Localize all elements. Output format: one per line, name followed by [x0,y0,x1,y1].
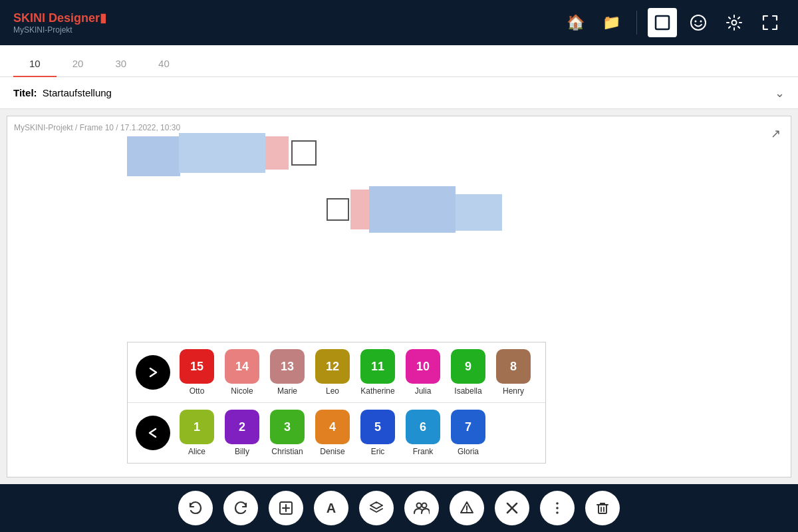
home-button[interactable]: 🏠 [561,8,590,37]
player-item-marie[interactable]: 13Marie [267,349,307,396]
svg-rect-21 [598,505,606,513]
player-badge: 5 [360,410,395,444]
player-badge: 13 [270,349,305,384]
player-item-frank[interactable]: 6Frank [403,410,443,456]
player-name: Denise [320,447,344,456]
player-name: Katherine [360,386,394,396]
brand: SKINI Designer▮ MySKINI-Projekt [13,11,106,35]
tab-20[interactable]: 20 [57,58,100,77]
player-badge: 11 [360,349,395,384]
player-item-billy[interactable]: 2Billy [222,410,262,456]
undo-button[interactable] [178,491,213,525]
title-label: Titel: Startaufstellung [13,87,112,98]
delete-button[interactable] [585,491,620,525]
shape-row-1 [127,130,317,176]
player-item-nicole[interactable]: 14Nicole [222,349,262,396]
player-name: Christian [271,447,303,456]
player-badge: 14 [225,349,259,384]
shape-pink-small [265,136,289,170]
player-item-leo[interactable]: 12Leo [313,349,352,396]
tools-button[interactable] [495,491,529,525]
title-text: SKINI Designer [13,11,100,25]
settings-button[interactable] [720,8,749,37]
app-subtitle: MySKINI-Projekt [13,25,106,35]
player-badge: 4 [315,410,350,444]
shape-blue-medium [456,194,502,231]
player-item-isabella[interactable]: 9Isabella [448,349,488,396]
player-panel: 15Otto14Nicole13Marie12Leo11Katherine10J… [127,342,546,464]
redo-button[interactable] [223,491,258,525]
player-item-eric[interactable]: 5Eric [358,410,398,456]
shape-blue-xlarge-2 [369,186,456,233]
separator [636,11,637,35]
face-button[interactable] [684,8,713,37]
player-item-henry[interactable]: 8Henry [493,349,533,396]
header-actions: 🏠 📁 [561,8,785,37]
player-badge: 10 [406,349,440,384]
player-badge: 9 [451,349,485,384]
prev-page-button[interactable] [136,416,170,450]
layers-button[interactable] [359,491,394,525]
svg-point-6 [144,424,162,442]
player-name: Nicole [231,386,253,396]
fullscreen-button[interactable] [755,8,785,37]
player-item-otto[interactable]: 15Otto [177,349,217,396]
player-badge: 2 [225,410,259,444]
svg-rect-0 [656,16,669,29]
frame-button[interactable] [648,8,677,37]
player-badge: 8 [496,349,531,384]
filter-button[interactable] [450,491,484,525]
svg-point-20 [556,511,559,514]
shape-outline-small [291,140,317,166]
title-bar: Titel: Startaufstellung ⌄ [0,77,798,109]
player-item-julia[interactable]: 10Julia [403,349,443,396]
shape-blue-xlarge [179,133,265,173]
title-chevron[interactable]: ⌄ [775,86,785,100]
main-area: MySKINI-Projekt / Frame 10 / 17.1.2022, … [0,109,798,484]
svg-point-12 [422,503,427,508]
svg-point-3 [700,21,702,23]
player-badge: 6 [406,410,440,444]
player-item-katherine[interactable]: 11Katherine [358,349,398,396]
player-name: Otto [190,386,205,396]
player-item-denise[interactable]: 4Denise [313,410,352,456]
shape-row-2 [327,186,502,233]
svg-point-19 [556,507,559,509]
players-list-2: 1Alice2Billy3Christian4Denise5Eric6Frank… [176,410,489,456]
bottom-toolbar: A [0,484,798,532]
svg-point-15 [466,511,467,513]
player-name: Eric [371,447,385,456]
players-list-1: 15Otto14Nicole13Marie12Leo11Katherine10J… [176,349,535,396]
folder-button[interactable]: 📁 [597,8,626,37]
svg-point-5 [144,363,162,382]
player-row-2: 1Alice2Billy3Christian4Denise5Eric6Frank… [128,403,545,463]
add-frame-button[interactable] [269,491,303,525]
player-item-alice[interactable]: 1Alice [177,410,217,456]
canvas-frame: MySKINI-Projekt / Frame 10 / 17.1.2022, … [7,116,791,477]
more-button[interactable] [540,491,575,525]
player-badge: 15 [180,349,214,384]
svg-point-2 [695,21,697,23]
svg-point-11 [417,503,422,508]
svg-point-4 [732,21,737,25]
next-page-button[interactable] [136,355,170,390]
player-name: Marie [277,386,297,396]
players-button[interactable] [404,491,439,525]
shape-blue-large [127,136,180,176]
player-name: Billy [235,447,249,456]
text-button[interactable]: A [314,491,348,525]
tab-40[interactable]: 40 [142,58,186,77]
tab-10[interactable]: 10 [13,58,57,77]
player-name: Alice [188,447,205,456]
player-item-gloria[interactable]: 7Gloria [448,410,488,456]
header: SKINI Designer▮ MySKINI-Projekt 🏠 📁 [0,0,798,45]
player-row-1: 15Otto14Nicole13Marie12Leo11Katherine10J… [128,342,545,403]
tab-30[interactable]: 30 [99,58,142,77]
svg-point-18 [556,502,559,505]
player-badge: 1 [180,410,214,444]
player-item-christian[interactable]: 3Christian [267,410,307,456]
tabs-bar: 10 20 30 40 [0,45,798,77]
svg-point-1 [691,15,706,30]
player-name: Henry [503,386,524,396]
shape-outline-small-2 [327,198,349,221]
